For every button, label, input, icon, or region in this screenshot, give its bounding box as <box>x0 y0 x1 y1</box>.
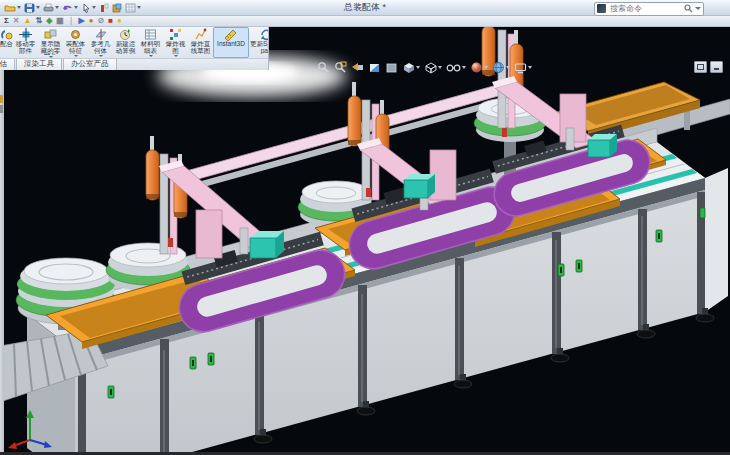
view-orientation-icon[interactable] <box>401 61 421 74</box>
minimize-icon[interactable] <box>710 61 723 73</box>
reference-geometry-icon <box>94 28 107 41</box>
share-icon[interactable]: ◈ <box>46 17 52 25</box>
exploded-view-button[interactable]: 爆炸视图 <box>163 27 188 58</box>
explode-line-icon <box>194 28 207 41</box>
mate-button[interactable]: 配合 <box>0 27 13 58</box>
bom-table-icon <box>144 28 157 41</box>
document-window-buttons <box>694 61 723 73</box>
quick-access-toolbar <box>0 1 142 14</box>
exploded-view-icon <box>169 28 182 41</box>
section-view-icon[interactable] <box>367 61 382 74</box>
record-icon[interactable]: ● <box>89 17 94 25</box>
tab-render-tools[interactable]: 渲染工具 <box>16 58 62 70</box>
search-box[interactable] <box>594 2 704 16</box>
mate-tool-icon <box>0 28 13 41</box>
solidworks-window: 总装配体 * Σ ✕ ▲ ⇅ ◈ ▦ ❘ ▶ ● ⊘ ■ ● <box>0 0 730 455</box>
disabled-icon[interactable]: ⊘ <box>98 17 105 25</box>
previous-view-icon[interactable] <box>350 61 365 74</box>
sketch-grid-icon[interactable] <box>124 1 142 14</box>
apply-scene-icon[interactable] <box>491 61 511 74</box>
ribbon-buttons: 配合 移动零部件 显示隐藏的零部件 装配体特征 参考几何体 <box>0 27 268 58</box>
heads-up-toolbar <box>316 61 533 74</box>
warning-icon[interactable]: ▲ <box>24 17 32 25</box>
bill-of-materials-button[interactable]: 材料明细表 <box>138 27 163 58</box>
new-motion-study-button[interactable]: 新建运动算例 <box>113 27 138 58</box>
save-icon[interactable] <box>23 1 41 14</box>
table-icon[interactable]: ▦ <box>56 17 64 25</box>
view-settings-icon[interactable] <box>513 61 533 74</box>
ball-icon[interactable]: ● <box>117 17 122 25</box>
mate-icon[interactable]: ⇅ <box>35 17 42 25</box>
motion-study-icon <box>119 28 132 41</box>
stop-icon[interactable]: ■ <box>108 17 113 25</box>
machine-3d-model[interactable] <box>0 27 730 452</box>
edit-appearance-icon[interactable] <box>469 61 489 74</box>
assembly-tree-icon[interactable] <box>0 95 3 103</box>
undo-icon[interactable] <box>61 1 79 14</box>
teal-block-3 <box>588 134 617 157</box>
assembly-features-icon <box>69 28 82 41</box>
rebuild-icon[interactable] <box>98 1 110 14</box>
title-bar: 总装配体 * <box>0 0 730 16</box>
graphics-viewport[interactable] <box>0 27 730 452</box>
hide-show-items-icon[interactable] <box>445 61 467 74</box>
instant3d-button[interactable]: Instant3D <box>213 27 249 58</box>
3d-scene[interactable] <box>0 27 730 452</box>
feature-tree-collapsed-strip[interactable] <box>0 27 4 452</box>
command-manager-tabs: 评估 渲染工具 办公室产品 <box>0 58 268 70</box>
show-hidden-components-button[interactable]: 显示隐藏的零部件 <box>38 27 63 58</box>
update-speedpak-button[interactable]: 更新Speedpak <box>249 27 268 58</box>
appearance-icon[interactable] <box>111 1 123 14</box>
select-cursor-icon[interactable] <box>80 1 97 14</box>
restore-icon[interactable] <box>694 61 707 73</box>
update-speedpak-icon <box>260 28 269 41</box>
display-style-icon[interactable] <box>423 61 443 74</box>
tools-toolbar: Σ ✕ ▲ ⇅ ◈ ▦ ❘ ▶ ● ⊘ ■ ● <box>0 16 730 27</box>
toolbar-divider: ❘ <box>68 17 75 25</box>
command-manager: 配合 移动零部件 显示隐藏的零部件 装配体特征 参考几何体 <box>0 27 269 70</box>
search-dropdown-icon[interactable] <box>695 7 701 10</box>
interference-icon[interactable]: ✕ <box>13 17 20 25</box>
move-component-button[interactable]: 移动零部件 <box>13 27 38 58</box>
play-icon[interactable]: ▶ <box>79 17 85 25</box>
move-component-icon <box>19 28 32 41</box>
annotation-box-icon[interactable] <box>384 61 399 74</box>
show-hidden-icon <box>44 28 57 41</box>
tab-office-products[interactable]: 办公室产品 <box>63 58 117 70</box>
search-input[interactable] <box>608 3 682 14</box>
solidworks-logo-icon <box>597 4 606 13</box>
instant3d-icon <box>224 28 238 41</box>
open-icon[interactable] <box>3 1 22 14</box>
teal-block-2 <box>404 174 435 198</box>
reference-geometry-button[interactable]: 参考几何体 <box>88 27 113 58</box>
panel-grip-icon[interactable] <box>0 105 3 113</box>
teal-block-1 <box>250 231 284 258</box>
explode-line-sketch-button[interactable]: 爆炸直线草图 <box>188 27 213 58</box>
equation-icon[interactable]: Σ <box>4 17 9 25</box>
print-icon[interactable] <box>42 1 60 14</box>
zoom-fit-icon[interactable] <box>316 61 331 74</box>
tab-evaluate[interactable]: 评估 <box>0 58 15 70</box>
search-icon[interactable] <box>684 4 693 13</box>
assembly-features-button[interactable]: 装配体特征 <box>63 27 88 58</box>
zoom-area-icon[interactable] <box>333 61 348 74</box>
